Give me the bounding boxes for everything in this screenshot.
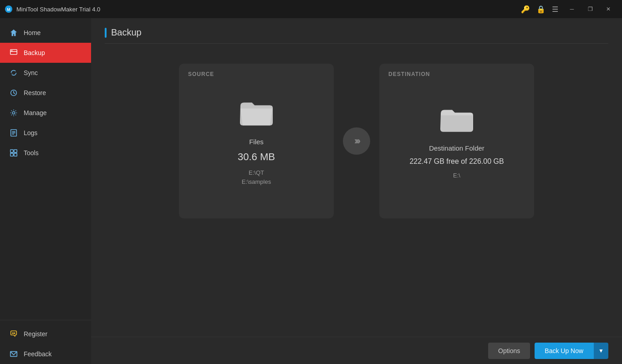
sidebar-spacer [0,163,91,320]
sidebar-item-manage[interactable]: Manage [0,103,91,123]
titlebar: M MiniTool ShadowMaker Trial 4.0 🔑 🔒 ☰ ─… [0,0,622,18]
svg-point-15 [12,333,13,334]
logs-icon [9,128,18,137]
sidebar-item-register[interactable]: Register [0,324,91,344]
svg-text:M: M [7,7,10,12]
app-title: MiniTool ShadowMaker Trial 4.0 [16,6,521,13]
app-logo: M [5,5,13,13]
sidebar-label-logs: Logs [24,129,37,136]
source-paths: E:\QTE:\samples [242,168,271,186]
backup-icon [9,48,18,57]
main-layout: Home Backup Sync [0,18,622,364]
forward-arrows-icon: ››› [354,135,359,147]
menu-icon[interactable]: ☰ [552,5,558,14]
restore-icon [9,88,18,97]
destination-free-space: 222.47 GB free of 226.00 GB [409,157,504,166]
sidebar-item-feedback[interactable]: Feedback [0,344,91,364]
destination-path: E:\ [453,171,460,180]
svg-rect-4 [11,51,13,51]
sidebar-label-backup: Backup [24,49,45,56]
options-button[interactable]: Options [488,343,530,359]
svg-rect-2 [10,50,17,55]
close-button[interactable]: ✕ [599,0,617,18]
backup-dropdown-button[interactable]: ▼ [593,343,608,359]
destination-type: Destination Folder [429,144,484,152]
source-label: SOURCE [188,71,214,77]
backup-now-button[interactable]: Back Up Now [535,343,593,359]
backup-button-group: Back Up Now ▼ [535,343,608,359]
svg-point-16 [14,333,15,334]
main-content: Backup SOURCE Files 30.6 MB E:\QTE:\samp… [91,18,622,364]
feedback-icon [9,349,18,359]
restore-button[interactable]: ❐ [581,0,599,18]
sidebar-label-feedback: Feedback [24,350,51,358]
source-folder-icon [238,96,275,128]
backup-area: SOURCE Files 30.6 MB E:\QTE:\samples ››› [105,55,608,355]
key-icon[interactable]: 🔑 [521,5,530,14]
sidebar-label-register: Register [24,330,47,338]
register-icon [9,329,18,339]
destination-folder-icon [438,102,475,134]
sidebar-label-sync: Sync [24,69,38,76]
sidebar-bottom: Register Feedback [0,320,91,364]
sync-icon [9,68,18,77]
sidebar-item-backup[interactable]: Backup [0,43,91,63]
tools-icon [9,148,18,157]
svg-rect-13 [10,153,13,156]
title-accent [105,28,107,38]
titlebar-controls: 🔑 🔒 ☰ [521,5,558,14]
sidebar-label-manage: Manage [24,109,47,116]
manage-icon [9,108,18,117]
svg-rect-14 [14,153,17,156]
sidebar-label-restore: Restore [24,89,46,96]
window-controls: ─ ❐ ✕ [563,0,617,18]
sidebar-item-tools[interactable]: Tools [0,143,91,163]
home-icon [9,28,18,37]
arrow-button[interactable]: ››› [343,127,370,155]
bottom-bar: Options Back Up Now ▼ [91,337,622,364]
source-card[interactable]: SOURCE Files 30.6 MB E:\QTE:\samples [179,64,334,218]
svg-point-6 [12,111,15,114]
svg-rect-11 [10,150,13,152]
sidebar-item-logs[interactable]: Logs [0,123,91,143]
sidebar-label-tools: Tools [24,149,39,157]
sidebar: Home Backup Sync [0,18,91,364]
sidebar-item-restore[interactable]: Restore [0,83,91,103]
page-header: Backup [105,27,608,44]
source-size: 30.6 MB [238,151,275,163]
destination-label: DESTINATION [388,71,430,77]
destination-card[interactable]: DESTINATION Destination Folder 222.47 GB… [379,64,534,218]
page-title: Backup [111,27,142,38]
svg-rect-12 [14,150,17,152]
lock-icon[interactable]: 🔒 [536,5,546,14]
source-type: Files [249,138,264,146]
sidebar-item-sync[interactable]: Sync [0,63,91,83]
sidebar-item-home[interactable]: Home [0,23,91,43]
minimize-button[interactable]: ─ [563,0,581,18]
sidebar-label-home: Home [24,29,41,36]
